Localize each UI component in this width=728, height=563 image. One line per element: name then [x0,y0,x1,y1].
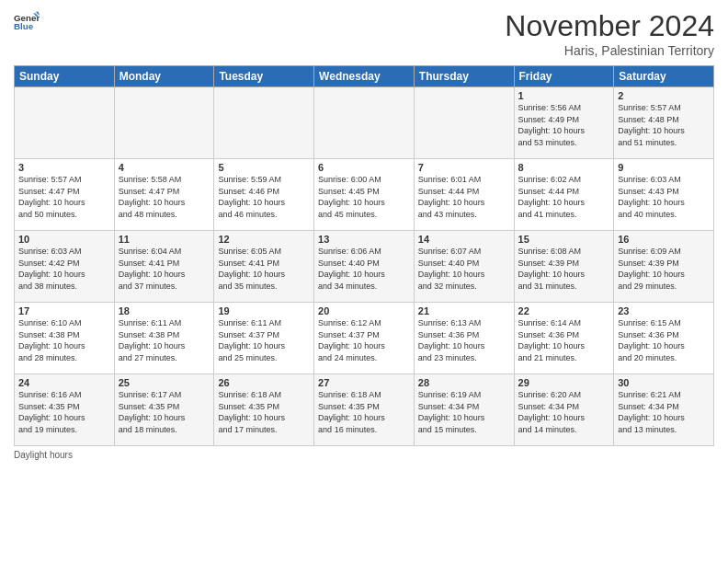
calendar-cell: 30Sunrise: 6:21 AM Sunset: 4:34 PM Dayli… [614,374,714,446]
day-number: 28 [418,377,510,388]
calendar-cell: 7Sunrise: 6:01 AM Sunset: 4:44 PM Daylig… [414,159,514,231]
calendar-cell [214,87,314,159]
svg-text:Blue: Blue [14,21,34,31]
day-number: 27 [318,377,410,388]
calendar-cell: 6Sunrise: 6:00 AM Sunset: 4:45 PM Daylig… [314,159,415,231]
day-number: 29 [518,377,610,388]
day-info: Sunrise: 6:19 AM Sunset: 4:34 PM Dayligh… [418,389,510,435]
day-number: 14 [418,234,510,245]
day-number: 9 [618,162,710,173]
calendar-cell: 27Sunrise: 6:18 AM Sunset: 4:35 PM Dayli… [314,374,415,446]
day-number: 13 [318,234,410,245]
calendar-cell [114,87,214,159]
day-number: 2 [618,90,710,101]
day-info: Sunrise: 6:02 AM Sunset: 4:44 PM Dayligh… [518,174,610,220]
weekday-header: Tuesday [214,66,314,87]
day-info: Sunrise: 6:08 AM Sunset: 4:39 PM Dayligh… [518,246,610,292]
day-info: Sunrise: 6:11 AM Sunset: 4:37 PM Dayligh… [218,317,310,363]
calendar-cell: 24Sunrise: 6:16 AM Sunset: 4:35 PM Dayli… [15,374,115,446]
calendar-week-row: 1Sunrise: 5:56 AM Sunset: 4:49 PM Daylig… [15,87,714,159]
day-number: 6 [318,162,410,173]
calendar-cell [15,87,115,159]
day-number: 23 [618,305,710,316]
day-info: Sunrise: 6:18 AM Sunset: 4:35 PM Dayligh… [218,389,310,435]
calendar-cell: 4Sunrise: 5:58 AM Sunset: 4:47 PM Daylig… [114,159,214,231]
day-info: Sunrise: 6:18 AM Sunset: 4:35 PM Dayligh… [318,389,410,435]
day-info: Sunrise: 5:58 AM Sunset: 4:47 PM Dayligh… [119,174,210,220]
day-info: Sunrise: 6:12 AM Sunset: 4:37 PM Dayligh… [318,317,410,363]
day-info: Sunrise: 6:20 AM Sunset: 4:34 PM Dayligh… [518,389,610,435]
calendar-cell: 15Sunrise: 6:08 AM Sunset: 4:39 PM Dayli… [514,231,614,303]
calendar-cell: 8Sunrise: 6:02 AM Sunset: 4:44 PM Daylig… [514,159,614,231]
calendar-cell: 13Sunrise: 6:06 AM Sunset: 4:40 PM Dayli… [314,231,415,303]
calendar-cell [414,87,514,159]
day-info: Sunrise: 6:21 AM Sunset: 4:34 PM Dayligh… [618,389,710,435]
weekday-header: Friday [514,66,614,87]
day-info: Sunrise: 6:16 AM Sunset: 4:35 PM Dayligh… [18,389,110,435]
calendar-cell: 1Sunrise: 5:56 AM Sunset: 4:49 PM Daylig… [514,87,614,159]
day-number: 20 [318,305,410,316]
day-info: Sunrise: 5:57 AM Sunset: 4:47 PM Dayligh… [18,174,110,220]
day-number: 26 [218,377,310,388]
day-info: Sunrise: 6:14 AM Sunset: 4:36 PM Dayligh… [518,317,610,363]
day-info: Sunrise: 5:59 AM Sunset: 4:46 PM Dayligh… [218,174,310,220]
day-info: Sunrise: 6:17 AM Sunset: 4:35 PM Dayligh… [119,389,210,435]
day-number: 1 [518,90,610,101]
calendar-cell: 20Sunrise: 6:12 AM Sunset: 4:37 PM Dayli… [314,303,415,374]
day-info: Sunrise: 6:11 AM Sunset: 4:38 PM Dayligh… [119,317,210,363]
day-number: 24 [18,377,110,388]
day-info: Sunrise: 5:57 AM Sunset: 4:48 PM Dayligh… [618,102,710,148]
day-number: 4 [119,162,210,173]
day-number: 18 [119,305,210,316]
calendar-cell: 29Sunrise: 6:20 AM Sunset: 4:34 PM Dayli… [514,374,614,446]
day-info: Sunrise: 6:10 AM Sunset: 4:38 PM Dayligh… [18,317,110,363]
calendar-cell [314,87,415,159]
day-number: 16 [618,234,710,245]
calendar-cell: 9Sunrise: 6:03 AM Sunset: 4:43 PM Daylig… [614,159,714,231]
calendar-week-row: 24Sunrise: 6:16 AM Sunset: 4:35 PM Dayli… [15,374,714,446]
month-title: November 2024 [505,9,714,43]
calendar-cell: 17Sunrise: 6:10 AM Sunset: 4:38 PM Dayli… [15,303,115,374]
day-info: Sunrise: 6:04 AM Sunset: 4:41 PM Dayligh… [119,246,210,292]
day-info: Sunrise: 6:07 AM Sunset: 4:40 PM Dayligh… [418,246,510,292]
day-info: Sunrise: 5:56 AM Sunset: 4:49 PM Dayligh… [518,102,610,148]
calendar-cell: 5Sunrise: 5:59 AM Sunset: 4:46 PM Daylig… [214,159,314,231]
calendar-cell: 16Sunrise: 6:09 AM Sunset: 4:39 PM Dayli… [614,231,714,303]
weekday-header: Monday [114,66,214,87]
day-info: Sunrise: 6:05 AM Sunset: 4:41 PM Dayligh… [218,246,310,292]
calendar-cell: 22Sunrise: 6:14 AM Sunset: 4:36 PM Dayli… [514,303,614,374]
calendar-cell: 12Sunrise: 6:05 AM Sunset: 4:41 PM Dayli… [214,231,314,303]
logo-icon: General Blue [14,9,40,35]
weekday-header-row: SundayMondayTuesdayWednesdayThursdayFrid… [15,66,714,87]
day-number: 8 [518,162,610,173]
weekday-header: Saturday [614,66,714,87]
calendar-cell: 3Sunrise: 5:57 AM Sunset: 4:47 PM Daylig… [15,159,115,231]
calendar-week-row: 3Sunrise: 5:57 AM Sunset: 4:47 PM Daylig… [15,159,714,231]
day-info: Sunrise: 6:09 AM Sunset: 4:39 PM Dayligh… [618,246,710,292]
calendar-week-row: 17Sunrise: 6:10 AM Sunset: 4:38 PM Dayli… [15,303,714,374]
day-number: 3 [18,162,110,173]
day-number: 5 [218,162,310,173]
header: General Blue November 2024 Haris, Palest… [14,9,714,58]
location: Haris, Palestinian Territory [505,43,714,58]
weekday-header: Sunday [15,66,115,87]
calendar-cell: 2Sunrise: 5:57 AM Sunset: 4:48 PM Daylig… [614,87,714,159]
day-number: 15 [518,234,610,245]
day-info: Sunrise: 6:01 AM Sunset: 4:44 PM Dayligh… [418,174,510,220]
weekday-header: Thursday [414,66,514,87]
calendar-cell: 26Sunrise: 6:18 AM Sunset: 4:35 PM Dayli… [214,374,314,446]
calendar-cell: 10Sunrise: 6:03 AM Sunset: 4:42 PM Dayli… [15,231,115,303]
day-number: 17 [18,305,110,316]
day-number: 19 [218,305,310,316]
day-number: 21 [418,305,510,316]
day-number: 25 [119,377,210,388]
calendar-cell: 28Sunrise: 6:19 AM Sunset: 4:34 PM Dayli… [414,374,514,446]
day-info: Sunrise: 6:06 AM Sunset: 4:40 PM Dayligh… [318,246,410,292]
day-info: Sunrise: 6:03 AM Sunset: 4:43 PM Dayligh… [618,174,710,220]
day-info: Sunrise: 6:13 AM Sunset: 4:36 PM Dayligh… [418,317,510,363]
weekday-header: Wednesday [314,66,415,87]
day-info: Sunrise: 6:03 AM Sunset: 4:42 PM Dayligh… [18,246,110,292]
title-section: November 2024 Haris, Palestinian Territo… [505,9,714,58]
day-number: 7 [418,162,510,173]
day-number: 22 [518,305,610,316]
